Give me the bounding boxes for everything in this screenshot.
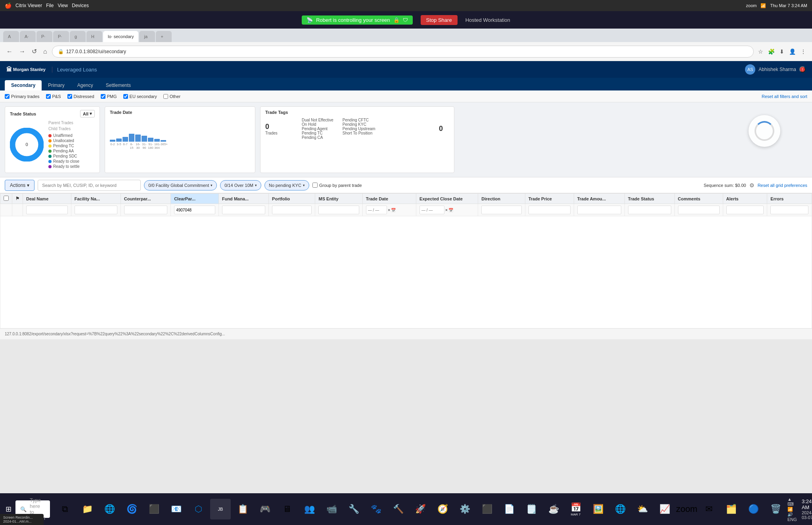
taskbar-finder2[interactable]: 🗂️ <box>721 499 741 519</box>
view-menu[interactable]: View <box>57 3 68 8</box>
filter-trade-price[interactable] <box>525 204 574 216</box>
browser-tab-5[interactable]: g <box>70 31 86 42</box>
taskbar-acrobat[interactable]: 📄 <box>499 499 519 519</box>
browser-tab-2[interactable]: A· <box>20 31 36 42</box>
browser-tab-1[interactable]: A <box>3 31 19 42</box>
filter-trade-status[interactable] <box>624 204 674 216</box>
filter-portfolio[interactable] <box>269 204 315 216</box>
devices-menu[interactable]: Devices <box>72 3 89 8</box>
taskbar-system-prefs[interactable]: ⚙️ <box>454 499 475 519</box>
taskbar-vscode[interactable]: ⬡ <box>188 499 209 519</box>
col-direction[interactable]: Direction <box>478 194 525 204</box>
taskbar-terminal2[interactable]: ⬛ <box>477 499 497 519</box>
browser-tab-6[interactable]: H <box>86 31 102 42</box>
taskbar-terminal[interactable]: ⬛ <box>144 499 164 519</box>
col-trade-amount[interactable]: Trade Amou... <box>574 194 624 204</box>
file-menu[interactable]: File <box>46 3 54 8</box>
actions-button[interactable]: Actions ▾ <box>5 180 34 191</box>
taskbar-task-view[interactable]: ⧉ <box>55 499 75 519</box>
taskbar-jb[interactable]: JB <box>210 499 231 519</box>
filter-eu-secondary[interactable]: EU secondary <box>123 94 157 99</box>
reset-filters-link[interactable]: Reset all filters and sort <box>762 94 807 99</box>
tab-settlements[interactable]: Settlements <box>100 80 137 90</box>
taskbar-app3[interactable]: 🖥 <box>277 499 297 519</box>
filter-errors[interactable] <box>767 204 812 216</box>
filter-counterparty[interactable] <box>121 204 170 216</box>
profile-icon[interactable]: 👤 <box>788 47 797 56</box>
filter-primary-trades[interactable]: Primary trades <box>5 94 40 99</box>
download-icon[interactable]: ⬇ <box>778 47 785 56</box>
stop-share-button[interactable]: Stop Share <box>421 15 458 25</box>
taskbar-app4[interactable]: 🔧 <box>343 499 364 519</box>
tab-agency[interactable]: Agency <box>71 80 100 90</box>
filter-distressed[interactable]: Distressed <box>67 94 94 99</box>
col-trade-price[interactable]: Trade Price <box>525 194 574 204</box>
taskbar-chrome[interactable]: 🌐 <box>99 499 120 519</box>
col-counterparty[interactable]: Counterpar... <box>121 194 170 204</box>
taskbar-zoom[interactable]: 📹 <box>321 499 342 519</box>
reset-grid-link[interactable]: Reset all grid preferences <box>758 183 807 188</box>
filter-alerts[interactable] <box>723 204 767 216</box>
col-alerts[interactable]: Alerts <box>723 194 767 204</box>
taskbar-app2[interactable]: 🎮 <box>255 499 275 519</box>
taskbar-photos[interactable]: 🖼️ <box>588 499 608 519</box>
col-checkbox[interactable] <box>0 194 12 204</box>
filter-trade-amount[interactable] <box>574 204 624 216</box>
taskbar-safari[interactable]: 🧭 <box>432 499 453 519</box>
search-input[interactable] <box>38 180 141 191</box>
taskbar-jar[interactable]: ☕ <box>543 499 564 519</box>
taskbar-outlook[interactable]: 📧 <box>166 499 186 519</box>
col-errors[interactable]: Errors <box>767 194 812 204</box>
taskbar-mail[interactable]: ✉ <box>699 499 719 519</box>
col-comments[interactable]: Comments <box>674 194 723 204</box>
filter-close-calendar[interactable]: 📅 <box>448 208 453 212</box>
taskbar-explorer[interactable]: 📁 <box>77 499 98 519</box>
taskbar-xcode[interactable]: 🔨 <box>388 499 408 519</box>
browser-tab-7[interactable]: ja <box>139 31 155 42</box>
col-deal-name[interactable]: Deal Name <box>23 194 71 204</box>
facility-commitment-filter[interactable]: 0/0 Facility Global Commitment ▾ <box>144 180 217 190</box>
filter-trade-date[interactable]: × 📅 <box>362 204 416 216</box>
filter-fund-manager[interactable] <box>218 204 268 216</box>
taskbar-notes[interactable]: 🗒️ <box>521 499 542 519</box>
filter-ms-entity[interactable] <box>315 204 362 216</box>
taskbar-calendar[interactable]: 📅 MAR 7 <box>565 499 586 519</box>
taskbar-trash[interactable]: 🗑️ <box>765 499 786 519</box>
address-bar[interactable]: 🔒 127.0.0.1:8082/ui/secondary <box>52 46 754 58</box>
col-expected-close[interactable]: Expected Close Date <box>416 194 478 204</box>
pending-kyc-filter[interactable]: No pending KYC ▾ <box>264 180 309 190</box>
col-clearpar[interactable]: ClearPar... <box>171 194 219 204</box>
filter-deal-name[interactable] <box>23 204 71 216</box>
bookmark-icon[interactable]: ☆ <box>757 47 764 56</box>
reload-button[interactable]: ↺ <box>30 46 38 57</box>
col-trade-status[interactable]: Trade Status <box>624 194 674 204</box>
col-trade-date[interactable]: Trade Date <box>362 194 416 204</box>
taskbar-browser[interactable]: 🔵 <box>743 499 764 519</box>
extensions-icon[interactable]: 🧩 <box>767 47 776 56</box>
filter-comments[interactable] <box>674 204 723 216</box>
filter-facility-name[interactable] <box>71 204 121 216</box>
tab-secondary[interactable]: Secondary <box>5 80 42 90</box>
all-dropdown[interactable]: All ▾ <box>80 110 95 117</box>
browser-tab-8[interactable]: + <box>156 31 172 42</box>
settings-icon[interactable]: ⋮ <box>799 47 807 56</box>
tab-primary[interactable]: Primary <box>42 80 71 90</box>
over-10m-filter[interactable]: 0/14 Over 10M ▾ <box>220 180 261 190</box>
taskbar-weather[interactable]: ⛅ <box>632 499 653 519</box>
taskbar-app1[interactable]: 📋 <box>232 499 253 519</box>
taskbar-launchpad[interactable]: 🚀 <box>410 499 431 519</box>
col-fund-manager[interactable]: Fund Mana... <box>218 194 268 204</box>
forward-button[interactable]: → <box>17 46 27 57</box>
filter-pas[interactable]: P&S <box>46 94 61 99</box>
filter-expected-close[interactable]: × 📅 <box>416 204 478 216</box>
group-by-checkbox[interactable]: Group by parent trade <box>312 183 362 188</box>
taskbar-teams[interactable]: 👥 <box>299 499 320 519</box>
notification-button[interactable]: ! <box>799 66 806 73</box>
back-button[interactable]: ← <box>5 46 14 57</box>
filter-clearpar[interactable] <box>171 204 219 216</box>
taskbar-chrome-mac[interactable]: 🌐 <box>610 499 630 519</box>
col-ms-entity[interactable]: MS Entity <box>315 194 362 204</box>
browser-tab-3[interactable]: P· <box>36 31 52 42</box>
col-portfolio[interactable]: Portfolio <box>269 194 315 204</box>
browser-tab-active[interactable]: lo· secondary <box>103 31 138 42</box>
